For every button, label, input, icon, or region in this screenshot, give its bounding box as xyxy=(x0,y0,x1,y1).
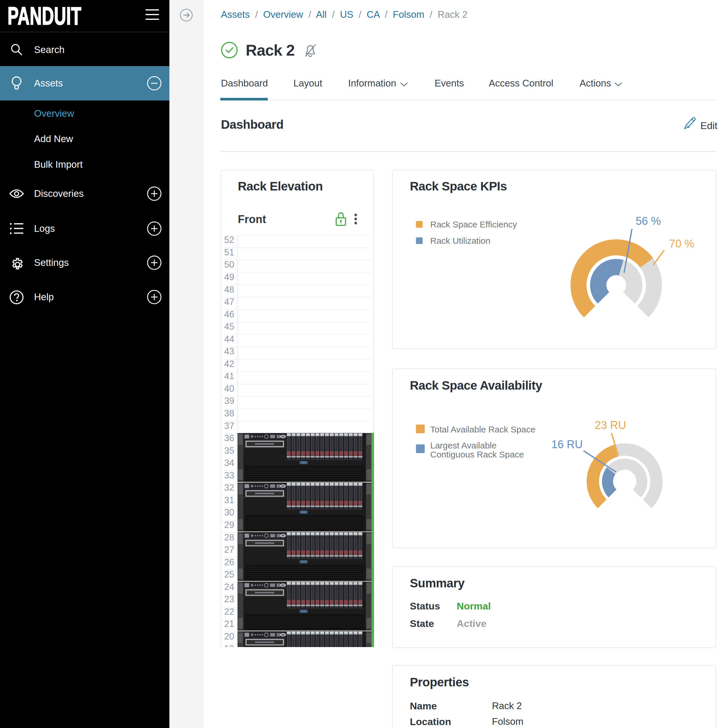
svg-text:PANDUIT: PANDUIT xyxy=(8,5,81,30)
